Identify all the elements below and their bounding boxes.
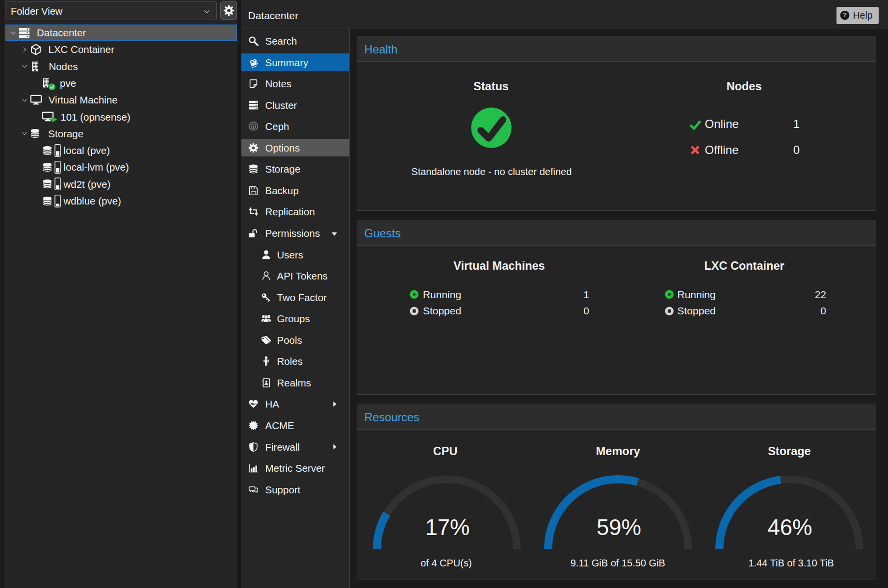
svg-text:?: ? xyxy=(843,11,847,19)
